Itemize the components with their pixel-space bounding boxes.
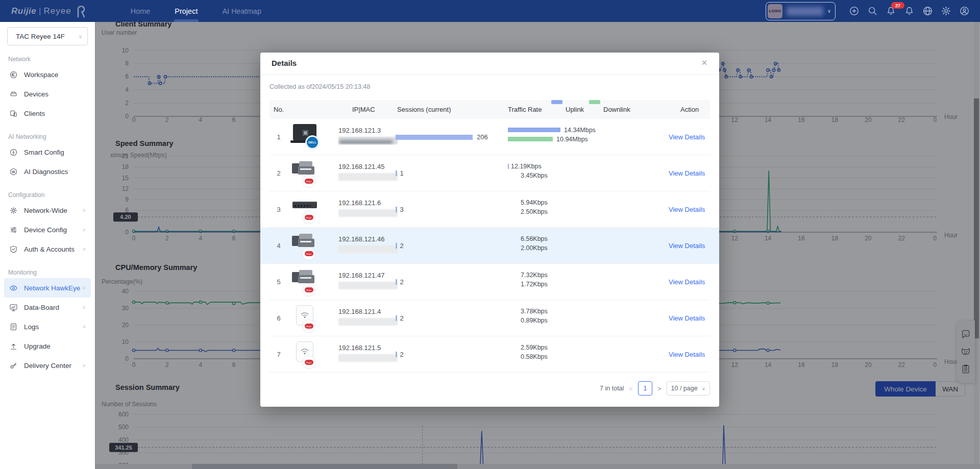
sidebar-item-logs[interactable]: Logs> (4, 317, 91, 336)
row-divider (270, 372, 710, 373)
sessions-cell: 1 (396, 155, 404, 191)
chevron-right-icon: > (83, 324, 86, 330)
rate-value: 0.58Kbps (521, 353, 548, 360)
view-details-link[interactable]: View Details (669, 155, 705, 191)
downlink-rate: 3.45Kbps (508, 171, 548, 180)
sidebar-item-label: Network-Wide (24, 207, 67, 214)
rate-value: 2.59Kbps (521, 344, 548, 351)
sidebar-item-label: Logs (24, 323, 39, 331)
table-row: 1DELL192.168.121.320614.34Mbps10.94MbpsV… (260, 119, 719, 155)
sidebar-item-label: Clients (24, 110, 45, 117)
sidebar-item-upgrade[interactable]: Upgrade (4, 336, 91, 356)
device-cell: Ruijie (290, 195, 329, 224)
view-details-link[interactable]: View Details (669, 119, 705, 155)
rate-value: 10.94Mbps (556, 136, 588, 143)
chevron-right-icon: > (83, 285, 86, 291)
sidebar-item-delivery-center[interactable]: Delivery Center> (4, 356, 91, 375)
nav-item-project[interactable]: Project (162, 0, 210, 22)
ip-mac-cell: 192.168.121.3 (338, 127, 398, 144)
sidebar-item-smart-config[interactable]: Smart Config (4, 142, 91, 162)
ip-mac-cell: 192.168.121.45 (338, 163, 398, 181)
uplink-rate: 6.56Kbps (508, 234, 548, 243)
device-image-switch: Ruijie (290, 195, 329, 224)
main-nav: HomeProjectAI Heatmap (118, 0, 274, 22)
mac-address-redacted (338, 137, 398, 144)
sidebar-item-auth-accounts[interactable]: Auth & Accounts> (4, 239, 91, 259)
downlink-rate: 1.72Kbps (508, 280, 548, 288)
nav-item-home[interactable]: Home (118, 0, 163, 22)
reyee-r-mark-icon (76, 5, 88, 18)
brand-separator: | (39, 7, 41, 16)
nav-item-label: Project (175, 7, 198, 15)
active-tab-indicator (174, 19, 199, 22)
page-number-button[interactable]: 1 (638, 381, 652, 396)
network-selector[interactable]: TAC Reyee 14F ∨ (7, 27, 88, 45)
page-next-button[interactable]: > (657, 385, 662, 392)
sessions-bar (396, 243, 397, 249)
traffic-cell: 14.34Mbps10.94Mbps (508, 119, 661, 155)
rate-value: 2.50Kbps (521, 208, 548, 215)
rate-value: 3.45Kbps (521, 172, 548, 179)
sessions-value: 2 (400, 351, 404, 358)
add-button[interactable] (849, 6, 860, 16)
nav-item-ai-heatmap[interactable]: AI Heatmap (210, 0, 274, 22)
sidebar-item-devices[interactable]: Devices (4, 84, 91, 104)
sessions-cell: 2 (396, 264, 404, 300)
table-header: No. IP|MAC Sessions (current) Traffic Ra… (270, 100, 710, 119)
device-cell: Ruijie (290, 304, 329, 332)
sidebar-item-network-hawkeye[interactable]: Network HawkEye> (4, 278, 91, 298)
ip-address: 192.168.121.5 (338, 344, 398, 352)
tenant-logo-selector[interactable]: LOGO ∨ (766, 2, 836, 20)
sidebar-item-device-config[interactable]: Device Config> (4, 220, 91, 239)
uplink-rate: 7.32Kbps (508, 270, 548, 279)
auth-accounts-icon (9, 245, 18, 254)
view-details-link[interactable]: View Details (669, 300, 705, 336)
account-button[interactable] (959, 6, 970, 16)
view-details-link[interactable]: View Details (669, 191, 705, 228)
uplink-legend-swatch (551, 100, 562, 104)
sidebar-item-network-wide[interactable]: Network-Wide> (4, 201, 91, 220)
page-size-select[interactable]: 10 / page ∨ (667, 381, 710, 396)
mac-address-redacted (338, 282, 398, 289)
downlink-rate: 0.89Kbps (508, 316, 548, 325)
settings-button[interactable] (941, 6, 951, 16)
page-prev-button[interactable]: < (629, 385, 633, 392)
sidebar-item-data-board[interactable]: Data-Board> (4, 298, 91, 317)
ip-address: 192.168.121.45 (338, 163, 398, 170)
globe-icon (922, 6, 933, 16)
sidebar-item-clients[interactable]: Clients (4, 104, 91, 123)
plus-circle-icon (849, 6, 860, 16)
uplink-rate: 12.19Kbps (508, 162, 542, 170)
device-image-ap: Ruijie (290, 304, 329, 332)
devices-icon (9, 90, 18, 98)
sidebar-item-ai-diagnostics[interactable]: AI Diagnostics (4, 162, 91, 181)
view-details-link[interactable]: View Details (669, 264, 705, 300)
close-icon[interactable]: × (699, 57, 710, 68)
device-table: 1DELL192.168.121.320614.34Mbps10.94MbpsV… (260, 119, 719, 373)
view-details-link[interactable]: View Details (669, 228, 705, 264)
language-button[interactable] (922, 6, 933, 16)
device-cell: Ruijie (290, 268, 329, 296)
search-icon (867, 6, 878, 16)
alerts-button[interactable]: 27 (886, 6, 896, 16)
brand-logo: Ruijie | Reyee (11, 5, 88, 18)
rate-value: 6.56Kbps (521, 235, 548, 242)
nav-item-label: Home (131, 7, 151, 15)
chevron-right-icon: > (83, 362, 86, 368)
sidebar-section-monitoring: Monitoring (8, 269, 95, 276)
search-button[interactable] (867, 6, 878, 16)
data-board-icon (9, 303, 18, 312)
rate-value: 7.32Kbps (521, 271, 548, 279)
rate-value: 5.94Kbps (521, 199, 548, 206)
view-details-link[interactable]: View Details (669, 336, 705, 373)
dell-badge: DELL (305, 135, 320, 150)
sessions-cell: 2 (396, 336, 404, 373)
notifications-button[interactable] (904, 6, 915, 16)
ruijie-badge: Ruijie (302, 319, 315, 333)
col-ipmac: IP|MAC (352, 100, 375, 119)
ruijie-badge: Ruijie (302, 283, 315, 297)
sidebar-item-workspace[interactable]: Workspace (4, 65, 91, 84)
downlink-rate: 0.58Kbps (508, 352, 548, 361)
sessions-value: 2 (400, 314, 404, 322)
details-modal: Details × Collected as of2024/05/15 20:1… (260, 53, 719, 407)
